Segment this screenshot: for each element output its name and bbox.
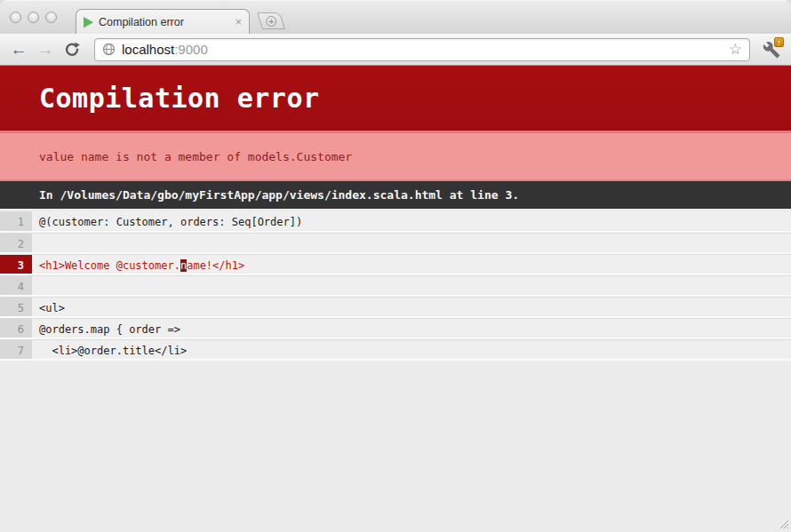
- window-controls: [10, 12, 57, 23]
- new-tab-button[interactable]: +: [257, 12, 285, 29]
- url-host: localhost: [122, 42, 174, 57]
- line-content: <li>@order.title</li>: [32, 340, 791, 359]
- wrench-menu-button[interactable]: ↑: [759, 38, 784, 61]
- error-title: Compilation error: [39, 83, 320, 114]
- zoom-window-button[interactable]: [45, 12, 57, 23]
- address-bar[interactable]: localhost:9000 ☆: [94, 38, 750, 61]
- minimize-window-button[interactable]: [28, 12, 39, 23]
- tab-close-icon[interactable]: ×: [235, 16, 242, 28]
- line-number: 3: [0, 255, 32, 274]
- close-window-button[interactable]: [10, 12, 21, 23]
- code-line-3: 3<h1>Welcome @customer.name!</h1>: [0, 254, 791, 275]
- line-content: <ul>: [32, 298, 791, 316]
- error-page: Compilation error value name is not a me…: [0, 66, 791, 531]
- url-port: :9000: [174, 42, 208, 57]
- resize-grip-icon[interactable]: [777, 517, 789, 529]
- line-number: 4: [0, 276, 32, 295]
- error-header: Compilation error: [0, 66, 791, 131]
- new-tab-plus-icon: +: [266, 16, 276, 27]
- code-line-2: 2: [0, 233, 791, 254]
- line-number: 7: [0, 340, 32, 359]
- code-line-7: 7 <li>@order.title</li>: [0, 339, 791, 361]
- play-framework-icon: [84, 17, 93, 28]
- code-line-5: 5<ul>: [0, 297, 791, 318]
- url-text[interactable]: localhost:9000: [122, 42, 723, 57]
- code-listing: 1@(customer: Customer, orders: Seq[Order…: [0, 211, 791, 361]
- line-number: 2: [0, 234, 32, 252]
- back-button[interactable]: ←: [7, 38, 30, 61]
- line-number: 5: [0, 298, 32, 316]
- error-detail: value name is not a member of models.Cus…: [0, 131, 791, 181]
- error-location: In /Volumes/Data/gbo/myFirstApp/app/view…: [0, 181, 791, 209]
- line-content: [32, 234, 791, 252]
- line-content: @(customer: Customer, orders: Seq[Order]…: [32, 211, 791, 231]
- update-badge: ↑: [774, 37, 784, 47]
- browser-toolbar: ← → localhost:9000 ☆ ↑: [0, 34, 791, 66]
- browser-window: Compilation error × + ← → localhost:9000…: [0, 0, 791, 532]
- line-content: [32, 276, 791, 295]
- line-number: 1: [0, 211, 32, 231]
- code-line-4: 4: [0, 275, 791, 297]
- globe-icon: [102, 43, 116, 56]
- code-line-6: 6@orders.map { order =>: [0, 318, 791, 339]
- reload-button[interactable]: [60, 38, 84, 61]
- reload-icon: [64, 42, 80, 58]
- tab-title: Compilation error: [99, 16, 229, 28]
- code-line-1: 1@(customer: Customer, orders: Seq[Order…: [0, 211, 791, 233]
- line-number: 6: [0, 319, 32, 337]
- titlebar: Compilation error × +: [0, 0, 791, 34]
- line-content: <h1>Welcome @customer.name!</h1>: [32, 255, 791, 274]
- line-content: @orders.map { order =>: [32, 319, 791, 337]
- tab-compilation-error[interactable]: Compilation error ×: [76, 9, 250, 34]
- forward-button[interactable]: →: [34, 38, 57, 61]
- bookmark-star-icon[interactable]: ☆: [729, 42, 742, 57]
